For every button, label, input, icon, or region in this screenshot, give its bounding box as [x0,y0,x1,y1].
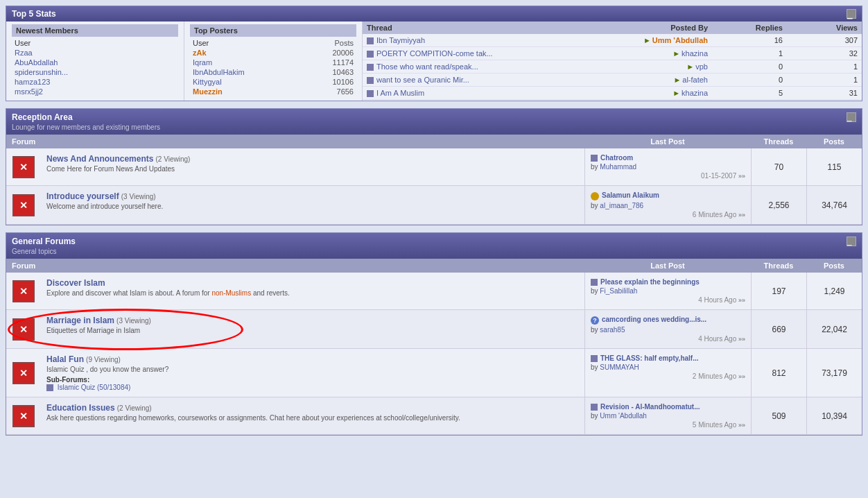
lastpost-by-link-introduce[interactable]: al_imaan_786 [600,202,643,209]
forum-row-discover: ✕ Discover Islam Explore and discover wh… [6,273,862,310]
thread-link-1[interactable]: POERTY COMPITION-come tak... [376,49,493,58]
stats-minimize-icon[interactable]: ⎯ [847,9,856,19]
forum-title-education[interactable]: Education Issues [46,403,115,413]
reception-table-header: Forum Last Post Threads Posts [6,135,862,148]
stats-title: Top 5 Stats [12,9,56,19]
newest-item-5[interactable]: msrx5jj2 [15,87,175,96]
forum-threads-halal: 812 [751,349,806,397]
forum-title-introduce[interactable]: Introduce yourself [46,191,119,201]
replies-3: 0 [712,74,787,87]
lastpost-time-halal: 2 Minutes Ago »» [591,372,745,380]
forum-icon-box-news: ✕ [12,156,35,178]
top-posters-items: User Posts zAk 20006 Iqram 11174 IbnAbdu… [190,37,356,98]
newest-item-3[interactable]: spidersunshin... [15,67,175,77]
forum-lastpost-introduce: Salamun Alaikum by al_imaan_786 6 Minute… [584,186,751,224]
lastpost-time-discover: 4 Hours Ago »» [591,296,745,304]
reception-minimize-icon[interactable]: ⎯ [847,112,856,122]
sub-forum-link[interactable]: Islamic Quiz (50/13084) [58,384,131,391]
non-muslims-link[interactable]: non-Muslims [211,289,251,297]
lastpost-thread-discover: Please explain the beginnings [591,278,745,286]
lastpost-page-icon-discover [591,279,598,286]
lastpost-arrow-marriage: »» [738,336,745,343]
newest-item-1[interactable]: Rzaa [15,48,175,58]
top-poster-2-name[interactable]: Iqram [193,58,212,67]
lastpost-page-icon-news [591,155,598,162]
poster-0[interactable]: Umm 'Abdullah [652,36,708,44]
lastpost-page-icon-halal [591,355,598,362]
lastpost-by-link-discover[interactable]: Fi_Sabilillah [600,287,637,295]
top-poster-label-row: User Posts [193,38,354,48]
forum-lastpost-education: Revision - Al-Mandhoomatut... by Umm 'Ab… [584,397,751,434]
newest-label: User [15,38,175,48]
newest-item-4[interactable]: hamza123 [15,77,175,87]
top-poster-1-name[interactable]: zAk [193,49,207,57]
lastpost-by-link-news[interactable]: Muhammad [600,163,636,171]
forum-lastpost-discover: Please explain the beginnings by Fi_Sabi… [584,273,751,309]
top-poster-3-name[interactable]: IbnAbdulHakim [193,68,245,76]
lastpost-by-news: by Muhammad [591,163,745,171]
lastpost-thread-link-news[interactable]: Chatroom [600,154,633,162]
views-2: 1 [787,60,862,74]
lastpost-time-marriage: 4 Hours Ago »» [591,335,745,343]
poster-4[interactable]: khazina [682,89,708,97]
th-general-posts: Posts [806,259,862,273]
poster-3[interactable]: al-fateh [682,76,708,84]
top-poster-1-posts: 20006 [319,49,354,57]
top-poster-5-name[interactable]: Muezzin [193,87,223,96]
lastpost-thread-link-education[interactable]: Revision - Al-Mandhoomatut... [600,403,700,411]
lastpost-page-icon-education [591,404,598,411]
replies-2: 0 [712,60,787,74]
forum-desc-education: Ask here questions regarding homeworks, … [46,414,579,422]
forum-posts-introduce: 34,764 [806,186,862,224]
th-reception-forum: Forum [6,135,584,148]
th-thread: Thread [363,22,562,34]
views-1: 32 [787,47,862,60]
top-poster-4-posts: 10106 [319,78,354,86]
lastpost-by-link-halal[interactable]: SUMMAYAH [600,363,639,371]
general-minimize-icon[interactable]: ⎯ [847,237,856,246]
stats-body: Newest Members User Rzaa AbuAbdallah spi… [6,22,862,101]
newest-members-items: User Rzaa AbuAbdallah spidersunshin... h… [12,37,178,98]
forum-icon-box-halal: ✕ [12,362,35,384]
lastpost-by-link-marriage[interactable]: sarah85 [600,326,625,334]
arrow-4: ► [672,89,680,97]
poster-2[interactable]: vpb [695,62,708,71]
thread-link-3[interactable]: want to see a Quranic Mir... [376,76,469,84]
forum-posts-discover: 1,249 [806,273,862,309]
latest-posts-table: Thread Posted By Replies Views Ibn Taymi… [363,22,862,100]
lastpost-thread-link-marriage[interactable]: camcording ones wedding...is... [602,316,706,323]
forum-title-news[interactable]: News And Announcements [46,154,153,164]
reception-subtitle: Lounge for new members and existing memb… [12,123,160,131]
lastpost-thread-link-halal[interactable]: THE GLASS: half empty,half... [600,354,699,362]
lastpost-by-link-education[interactable]: Umm 'Abdullah [600,412,647,420]
lastpost-arrow-introduce: »» [738,212,745,218]
poster-1[interactable]: khazina [682,49,708,58]
lastpost-thread-link-discover[interactable]: Please explain the beginnings [600,278,700,286]
newest-item-2[interactable]: AbuAbdallah [15,58,175,67]
forum-posts-education: 10,394 [806,397,862,434]
th-views: Views [787,22,862,34]
thread-link-2[interactable]: Those who want read/speak... [376,62,478,71]
thread-link-4[interactable]: I Am A Muslim [376,89,424,97]
forum-viewing-introduce: (3 Viewing) [121,193,156,200]
latest-posts-header-row: Thread Posted By Replies Views [363,22,862,34]
top-poster-4-name[interactable]: Kittygyal [193,78,222,86]
top-poster-3: IbnAbdulHakim 10463 [193,67,354,77]
thread-link-0[interactable]: Ibn Taymiyyah [376,36,425,44]
thread-icon-4 [367,90,374,97]
lastpost-by-introduce: by al_imaan_786 [591,202,745,209]
latest-post-row-1: POERTY COMPITION-come tak... ►khazina 1 … [363,47,862,60]
forum-posts-marriage: 22,042 [806,310,862,348]
latest-post-row-2: Those who want read/speak... ►vpb 0 1 [363,60,862,74]
forum-icon-education: ✕ [6,397,41,434]
newest-members-header: Newest Members [12,24,178,37]
reception-title: Reception Area [12,112,160,122]
top-poster-5: Muezzin 7656 [193,87,354,96]
forum-title-marriage[interactable]: Marriage in Islam [46,316,114,325]
forum-title-halal[interactable]: Halal Fun [46,354,84,364]
forum-icon-box-discover: ✕ [12,280,35,302]
lastpost-arrow-discover: »» [738,297,745,304]
forum-title-discover[interactable]: Discover Islam [46,278,105,288]
lastpost-thread-link-introduce[interactable]: Salamun Alaikum [602,191,659,199]
arrow-3: ► [673,76,681,84]
